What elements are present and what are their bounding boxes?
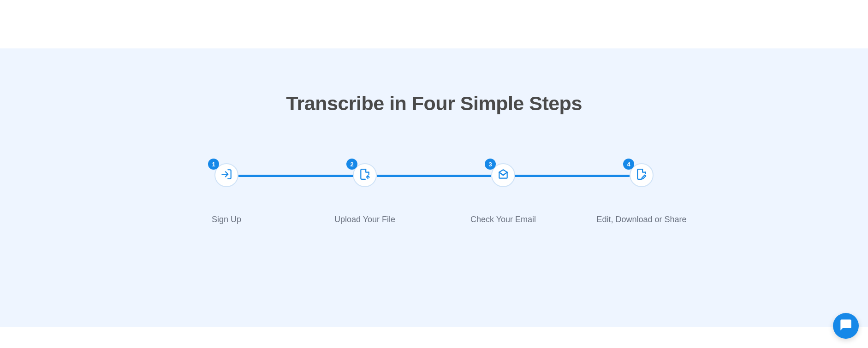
step-label: Upload Your File bbox=[334, 215, 395, 224]
step-number-badge: 2 bbox=[346, 159, 357, 170]
step-label: Check Your Email bbox=[470, 215, 536, 224]
step-icon-wrapper: 3 bbox=[491, 163, 515, 187]
connector-line bbox=[377, 175, 491, 177]
steps-container: 1 Sign Up 2 bbox=[157, 163, 711, 224]
step-label: Sign Up bbox=[212, 215, 241, 224]
step-upload-file: 2 Upload Your File bbox=[296, 163, 434, 224]
steps-section: Transcribe in Four Simple Steps 1 bbox=[0, 48, 868, 327]
step-check-email: 3 Check Your Email bbox=[434, 163, 572, 224]
section-title: Transcribe in Four Simple Steps bbox=[0, 92, 868, 115]
step-icon-wrapper: 1 bbox=[214, 163, 238, 187]
chat-widget-button[interactable] bbox=[833, 313, 859, 339]
step-label: Edit, Download or Share bbox=[596, 215, 686, 224]
login-icon bbox=[220, 168, 232, 182]
connector-line bbox=[515, 175, 630, 177]
step-sign-up: 1 Sign Up bbox=[157, 163, 296, 224]
file-upload-icon bbox=[359, 168, 371, 182]
chat-icon bbox=[839, 319, 852, 333]
step-edit-download-share: 4 Edit, Download or Share bbox=[572, 163, 711, 224]
step-number-badge: 1 bbox=[208, 159, 219, 170]
email-icon bbox=[497, 168, 509, 182]
step-icon-wrapper: 4 bbox=[630, 163, 654, 187]
connector-line bbox=[238, 175, 353, 177]
step-number-badge: 3 bbox=[485, 159, 496, 170]
file-edit-icon bbox=[636, 168, 648, 182]
step-number-badge: 4 bbox=[623, 159, 634, 170]
step-icon-wrapper: 2 bbox=[353, 163, 377, 187]
